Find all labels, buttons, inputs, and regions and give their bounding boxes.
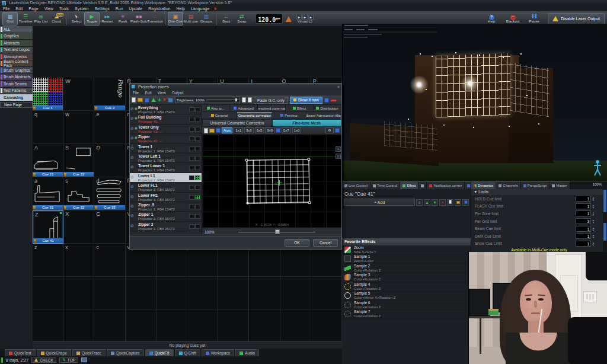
sidebar-item-all[interactable]: ALL [0,26,33,33]
limit-value[interactable]: 1 [576,226,591,232]
tab-beam-attenuation-map[interactable]: Beam Attenuation Map [306,112,341,119]
zone-toggle[interactable] [189,107,194,112]
zone-item-lower-fr1[interactable]: ⊘Lower FR1Projector 1: FB4 15473 [130,193,202,202]
cue-cell-3-3[interactable]: D [94,144,125,177]
zone-item-everything[interactable]: ⊘EverythingProjector 1: FB4 15473 [130,105,202,114]
cue-cell-4-3[interactable]: dCue 33 [94,177,125,210]
cue-cell-8-2[interactable] [63,309,94,342]
tab-master[interactable]: Master [550,181,570,189]
zone-toggle[interactable] [189,195,194,200]
mesh-size-3x3[interactable]: 3x3 [244,127,254,133]
favorite-effect-zoom[interactable]: ZoomSize X+Size Y [342,245,471,255]
cloud-button[interactable]: ☁Cloudbeta [49,12,64,25]
menu-edit[interactable]: Edit [12,6,25,11]
limit-spinner[interactable]: 1▴▾ [576,203,594,209]
menu-view[interactable]: View [41,6,56,11]
zone-toggle[interactable] [189,214,194,219]
favorite-effect-sample-7[interactable]: Sample 7Color+Rotation Z [342,310,471,320]
mesh-size-auto[interactable]: Auto [222,127,232,133]
mesh-canvas[interactable]: + ○ X: -1.4034 Y: -0.5864 [202,135,341,228]
one-cue-button[interactable]: ▣One Cue [168,12,183,25]
tab-geometric-correction[interactable]: Geometric correction [237,112,272,119]
open-mesh-icon[interactable] [209,129,215,133]
zone-toggle[interactable] [189,136,194,141]
sidebar-item-brush-abstracts[interactable]: Brush Abstracts [0,74,33,81]
cue-cell-6-1[interactable]: z [33,244,63,277]
back-button[interactable]: ←Back [219,12,234,25]
tab-live-control[interactable]: Live Control [342,181,370,189]
cue-cell-6-3[interactable]: c [94,244,125,277]
search-icon[interactable]: ○ [416,199,423,206]
grid-button[interactable]: ▦Grid [2,12,18,25]
dialog-title-bar[interactable]: Projection zones × [130,84,341,90]
mesh-size-1x1[interactable]: 1x1 [234,127,243,133]
zone-item-lower-l1[interactable]: ⊘Lower L1Projector 1: FB4 15473 [130,173,202,183]
quicktab-quicktext[interactable]: QuickText [5,349,36,356]
limit-value[interactable]: 1 [576,196,591,202]
zone-item-tower-left-1[interactable]: ⊘Tower Left 1Projector 1: FB4 15473 [130,154,202,163]
mesh-size-1x0[interactable]: 1x0 [292,127,302,133]
spinner-arrows[interactable]: ▴▾ [592,196,594,201]
zone-item-zipper[interactable]: ⊘ZipperProjector 41: ← [130,134,202,143]
zone-toggle[interactable] [195,165,200,170]
limit-value[interactable]: 1 [576,210,591,216]
dialog-menu-file[interactable]: File [130,91,142,95]
sidebar-item-canvasing[interactable]: Canvasing [0,94,33,101]
cue-cell-7-1[interactable] [33,277,63,309]
delete-effect-icon[interactable]: × [439,199,446,206]
tab-unresolved-zone-names[interactable]: Unresolved zone names [258,105,286,111]
zone-mesh-indicator[interactable] [195,175,200,180]
cue-cell-7-3[interactable] [94,277,125,309]
ok-button[interactable]: OK [285,239,309,247]
tab-pangoscript[interactable]: PangoScript [521,181,550,189]
sidebar-item-new-page[interactable]: New Page [0,102,33,108]
new-mesh-icon[interactable] [204,128,208,133]
zone-toggle[interactable] [189,117,194,122]
top-indicator[interactable]: ↯TOP [59,357,78,363]
zone-disable-icon[interactable]: ⊘ [130,155,134,160]
remove-icon[interactable]: ▬ [331,97,336,103]
zone-list-icon[interactable] [324,98,329,103]
toggle-button[interactable]: ▶Toggle [84,12,100,25]
play-list-button[interactable]: ≣Play List [33,12,49,25]
zone-toggle[interactable] [195,136,200,141]
zone-disable-icon[interactable]: ⊘ [130,165,134,170]
cue-cell-2-2[interactable]: w [63,111,94,144]
favorite-effect-sample-1[interactable]: Sample 1Zoom+Color [342,255,471,264]
disable-laser-output-button[interactable]: Disable Laser Output [548,13,605,24]
zone-item-zipper-1[interactable]: ⊘Zipper 1Projector 1: FB4 15473 [130,212,202,221]
sidebar-item-graphics[interactable]: Graphics [0,33,33,40]
spinner-arrows[interactable]: ▴▾ [592,234,594,238]
tab-effect[interactable]: Effect [400,181,418,189]
scrollbar-thumb[interactable] [603,223,606,241]
cue-cell-1-2[interactable]: W [63,78,94,111]
zone-toggle[interactable] [195,214,200,219]
zoom-slider-handle[interactable] [275,229,280,234]
sidebar-item-text-and-logos[interactable]: Text and Logos [0,47,33,53]
add-zone-icon[interactable]: + [158,97,161,103]
menu-system[interactable]: System [72,6,91,11]
cue-cell-7-8[interactable] [249,277,280,309]
cue-cell-4-1[interactable]: aCue 31 [33,177,63,210]
flash-button[interactable]: ✳Flash [115,12,130,25]
tab-also-to[interactable]: Also to... [202,105,230,111]
zone-toggle[interactable] [189,175,194,180]
tab-advanced[interactable]: Advanced [230,105,258,111]
mesh-center-crosshair[interactable] [277,180,282,186]
cue-cell-7-9[interactable] [280,277,311,309]
quicktab-quickfx[interactable]: QuickFX [145,349,174,356]
spinner-arrows[interactable]: ▴▾ [592,241,594,246]
limit-spinner[interactable]: 1▴▾ [576,233,594,239]
cue-cell-5-2[interactable]: X [63,210,94,244]
zone-disable-icon[interactable]: ⊘ [130,194,134,199]
tab-channels[interactable]: Channels [496,181,520,189]
zone-disable-icon[interactable]: ⊘ [130,184,134,189]
tab-general[interactable]: General [202,112,237,119]
spinner-arrows[interactable]: ▴▾ [592,226,594,231]
sidebar-item-brush-beams[interactable]: Brush Beams [0,81,33,87]
zone-toggle[interactable] [189,185,194,190]
spinner-arrows[interactable]: ▴▾ [592,219,594,223]
favorite-effect-sample-3[interactable]: Sample 3Color+Rotation Z [342,273,471,283]
cue-cell-8-3[interactable] [94,309,125,342]
zone-disable-icon[interactable]: ⊘ [130,223,134,228]
